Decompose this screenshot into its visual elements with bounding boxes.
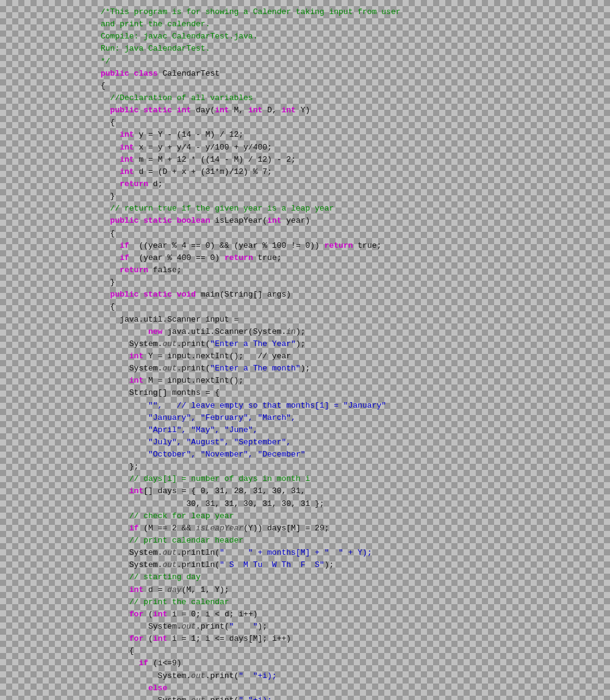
code-line: for (int i = 1; i <= days[M]; i++) bbox=[101, 633, 610, 645]
code-line: { bbox=[101, 228, 610, 240]
code-line: // print calendar header bbox=[101, 535, 610, 547]
code-line: int Y = input.nextInt(); // year bbox=[101, 350, 610, 363]
code-line: "July", "August", "September", bbox=[101, 436, 610, 449]
code-editor: /*This program is for showing a Calender… bbox=[101, 0, 610, 700]
code-line: } bbox=[101, 190, 610, 203]
code-line: int d = day(M, 1, Y); bbox=[101, 584, 610, 596]
code-line: else bbox=[101, 682, 610, 695]
code-line: System.out.print(" "); bbox=[101, 621, 610, 633]
code-line: public static void main(String[] args) bbox=[101, 289, 610, 301]
code-line: if (i<=9) bbox=[101, 657, 610, 669]
code-line: java.util.Scanner input = bbox=[101, 314, 610, 326]
code-line: System.out.print(" "+i); bbox=[101, 670, 610, 682]
code-line: int y = Y - (14 - M) / 12; bbox=[101, 129, 610, 141]
code-line: for (int i = 0; i < d; i++) bbox=[101, 608, 610, 621]
code-line: // starting day bbox=[101, 571, 610, 583]
code-line: 30, 31, 31, 30, 31, 30, 31 }; bbox=[101, 498, 610, 510]
code-line: { bbox=[101, 645, 610, 657]
code-line: System.out.print("Enter a The month"); bbox=[101, 363, 610, 375]
code-line: System.out.print("Enter a The Year"); bbox=[101, 338, 610, 350]
code-line: "April", "May", "June", bbox=[101, 424, 610, 436]
code-line: int d = (D + x + (31*m)/12) % 7; bbox=[101, 166, 610, 178]
code-line: */ bbox=[101, 56, 610, 68]
code-line: if (M == 2 && isLeapYear(Y)) days[M] = 2… bbox=[101, 522, 610, 535]
code-line: /*This program is for showing a Calender… bbox=[101, 6, 610, 18]
code-line: public static int day(int M, int D, int … bbox=[101, 104, 610, 117]
code-line: "January", "February", "March", bbox=[101, 412, 610, 424]
code-line: }; bbox=[101, 461, 610, 473]
code-line: public class CalendarTest bbox=[101, 68, 610, 80]
code-line: // check for leap year bbox=[101, 510, 610, 522]
code-line: System.out.println(" S M Tu W Th F S"); bbox=[101, 559, 610, 571]
code-line: String[] months = { bbox=[101, 387, 610, 399]
code-line: "October", "November", "December" bbox=[101, 449, 610, 461]
code-line: System.out.print(" "+i); bbox=[101, 695, 610, 700]
code-line: System.out.println(" " + months[M] + " "… bbox=[101, 547, 610, 559]
code-line: return d; bbox=[101, 178, 610, 190]
code-line: public static boolean isLeapYear(int yea… bbox=[101, 215, 610, 227]
code-line: Run: java CalendarTest. bbox=[101, 43, 610, 55]
code-line: { bbox=[101, 117, 610, 129]
code-line: int x = y + y/4 - y/100 + y/400; bbox=[101, 142, 610, 154]
code-line: if (year % 400 == 0) return true; bbox=[101, 252, 610, 264]
code-line: } bbox=[101, 276, 610, 289]
code-line: return false; bbox=[101, 264, 610, 276]
code-line: int m = M + 12 * ((14 - M) / 12) - 2; bbox=[101, 154, 610, 166]
code-line: //Declaration of all variables bbox=[101, 92, 610, 104]
code-line: Compile: javac CalendarTest.java. bbox=[101, 31, 610, 43]
code-line: { bbox=[101, 80, 610, 92]
code-line: // days[i] = number of days in month i bbox=[101, 473, 610, 485]
code-line: { bbox=[101, 301, 610, 313]
code-line: and print the calender. bbox=[101, 18, 610, 31]
code-line: // print the calendar bbox=[101, 596, 610, 608]
code-line: int[] days = { 0, 31, 28, 31, 30, 31, bbox=[101, 485, 610, 497]
code-line: new java.util.Scanner(System.in); bbox=[101, 326, 610, 338]
code-line: "", // leave empty so that months[1] = "… bbox=[101, 400, 610, 412]
code-line: if ((year % 4 == 0) && (year % 100 != 0)… bbox=[101, 240, 610, 252]
code-line: int M = input.nextInt(); bbox=[101, 375, 610, 387]
code-line: // return true if the given year is a le… bbox=[101, 203, 610, 215]
